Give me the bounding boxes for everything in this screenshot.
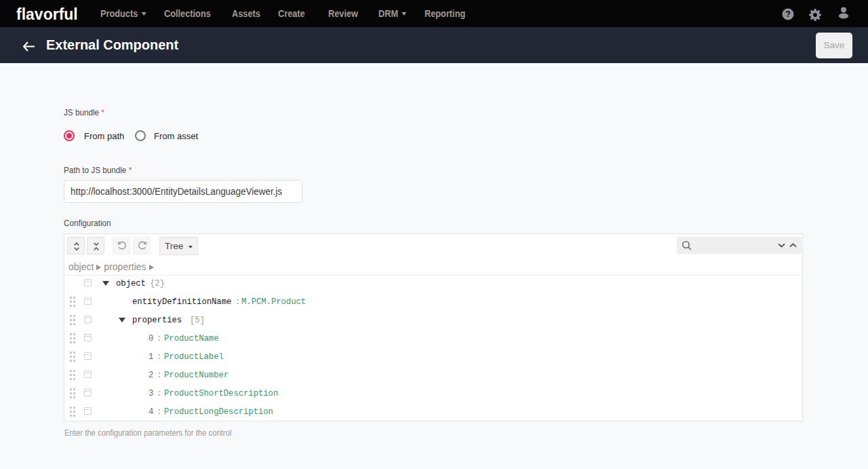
svg-text:?: ?: [785, 10, 791, 19]
